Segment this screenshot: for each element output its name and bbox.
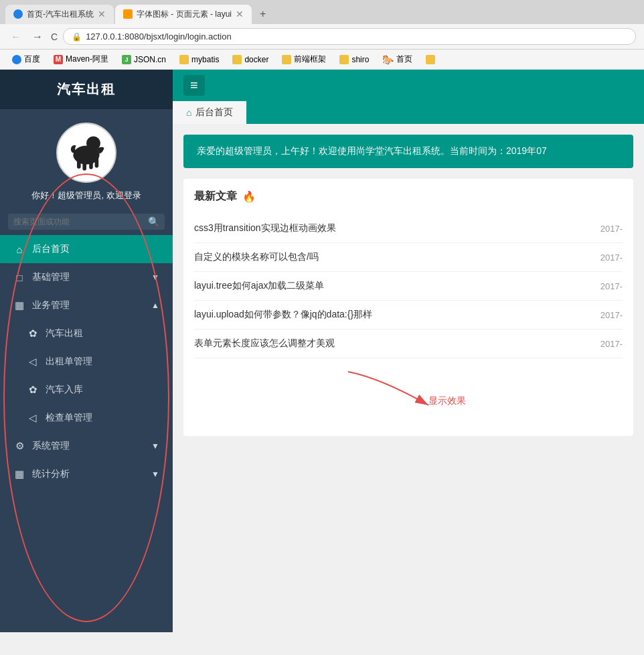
url-bar[interactable]: 🔒 127.0.0.1:8080/bjsxt/login/login.actio… [63,28,636,45]
rent-order-label: 出租单管理 [46,356,92,368]
sidebar-item-car-rent[interactable]: ✿ 汽车出租 [0,319,173,348]
tab1-close[interactable]: ✕ [98,9,106,19]
sidebar-item-system[interactable]: ⚙ 系统管理 ▼ [0,432,173,460]
car-rent-icon: ✿ [27,328,39,340]
tab2-close[interactable]: ✕ [236,9,244,19]
mybatis-label: mybatis [191,55,219,64]
business-menu-icon: ▦ [13,299,25,311]
svg-rect-4 [82,160,86,170]
search-bar[interactable]: 🔍 [8,214,165,230]
baidu-icon [12,55,21,64]
qianduan-icon [282,55,291,64]
tab1-icon [13,9,23,19]
sidebar-item-basic[interactable]: □ 基础管理 ▼ [0,263,173,291]
rent-order-icon: ◁ [27,356,39,368]
breadcrumb-bar: ⌂ 后台首页 [173,101,644,124]
tab2-label: 字体图标 - 页面元素 - layui [137,9,232,20]
mybatis-icon [179,55,189,64]
bookmark-maven[interactable]: M Maven-阿里 [48,52,114,66]
horse-bookmark-icon: 🐎 [382,54,394,65]
json-icon: J [122,55,131,64]
breadcrumb-tab[interactable]: ⌂ 后台首页 [173,101,246,124]
article-row-2: layui.tree如何ajax加载二级菜单 2017- [194,272,623,301]
topbar: ≡ [173,70,644,101]
articles-title: 最新文章 [194,190,237,204]
sidebar-item-stats[interactable]: ▦ 统计分析 ▼ [0,460,173,488]
tab-2[interactable]: 字体图标 - 页面元素 - layui ✕ [115,5,252,24]
avatar-section: 你好！超级管理员, 欢迎登录 [0,109,173,208]
docker-label: docker [244,55,268,64]
breadcrumb-label: 后台首页 [195,106,233,119]
system-menu-icon: ⚙ [13,440,25,452]
articles-card: 最新文章 🔥 css3用transition实现边框动画效果 2017- 自定义… [183,179,633,436]
article-date-3: 2017- [600,310,623,320]
bookmark-home[interactable]: 🐎 首页 [377,52,418,66]
svg-rect-3 [77,158,81,168]
bookmark-mybatis[interactable]: mybatis [174,54,224,66]
menu-toggle-button[interactable]: ≡ [183,75,205,96]
article-title-0: css3用transition实现边框动画效果 [194,222,594,234]
basic-menu-icon: □ [13,272,25,283]
system-chevron-icon: ▼ [151,441,159,451]
sidebar-item-home[interactable]: ⌂ 后台首页 [0,235,173,263]
horse-icon [63,129,110,176]
stats-menu-icon: ▦ [13,468,25,480]
article-date-0: 2017- [600,224,623,234]
search-icon: 🔍 [148,216,159,227]
article-date-2: 2017- [600,281,623,291]
extra-bookmark-icon [426,55,435,64]
lock-icon: 🔒 [72,32,82,42]
url-text: 127.0.0.1:8080/bjsxt/login/login.action [86,31,232,42]
article-row-1: 自定义的模块名称可以包含/吗 2017- [194,243,623,272]
business-chevron-icon: ▲ [151,301,159,310]
forward-button[interactable]: → [29,29,46,44]
article-row-0: css3用transition实现边框动画效果 2017- [194,214,623,243]
sidebar-item-car-in[interactable]: ✿ 汽车入库 [0,376,173,404]
basic-chevron-icon: ▼ [151,273,159,282]
article-date-1: 2017- [600,252,623,263]
arrow-label: 显示效果 [428,395,466,407]
qianduan-label: 前端框架 [294,54,326,65]
bookmark-docker[interactable]: docker [227,54,274,66]
home-menu-icon: ⌂ [13,244,25,255]
car-in-label: 汽车入库 [46,384,83,396]
stats-menu-label: 统计分析 [32,468,70,480]
search-input[interactable] [13,217,145,226]
docker-icon [232,55,242,64]
inspect-label: 检查单管理 [46,412,92,424]
bookmark-shiro[interactable]: shiro [334,54,374,66]
back-button[interactable]: ← [8,29,24,44]
tab1-label: 首页-汽车出租系统 [27,9,94,20]
bookmarks-bar: 百度 M Maven-阿里 J JSON.cn mybatis docker 前… [0,50,644,70]
article-title-1: 自定义的模块名称可以包含/吗 [194,251,594,263]
car-in-icon: ✿ [27,384,39,396]
system-menu-label: 系统管理 [32,440,70,452]
article-row-4: 表单元素长度应该怎么调整才美观 2017- [194,330,623,358]
content-area: 亲爱的超级管理员，上午好！欢迎使用尚学堂汽车出租系统。当前时间为：2019年07… [173,124,644,632]
sidebar-item-rent-order[interactable]: ◁ 出租单管理 [0,348,173,376]
svg-rect-5 [89,159,93,169]
address-bar: ← → C 🔒 127.0.0.1:8080/bjsxt/login/login… [0,24,644,50]
new-tab-button[interactable]: + [253,4,272,24]
basic-menu-label: 基础管理 [32,271,70,283]
home-bookmark-label: 首页 [396,54,412,65]
arrow-annotation: 显示效果 [194,358,623,425]
bookmark-baidu[interactable]: 百度 [7,52,46,66]
article-title-2: layui.tree如何ajax加载二级菜单 [194,280,594,292]
maven-icon: M [54,55,63,64]
bookmark-qianduan[interactable]: 前端框架 [276,52,331,66]
sidebar: 汽车出租 你好！超级管理员, 欢迎登录 [0,70,173,632]
welcome-text: 你好！超级管理员, 欢迎登录 [31,190,141,202]
browser-chrome: 首页-汽车出租系统 ✕ 字体图标 - 页面元素 - layui ✕ + ← → … [0,0,644,70]
tab-bar: 首页-汽车出租系统 ✕ 字体图标 - 页面元素 - layui ✕ + [0,0,644,24]
bookmark-json[interactable]: J JSON.cn [116,54,171,66]
sidebar-item-inspect[interactable]: ◁ 检查单管理 [0,404,173,432]
svg-rect-6 [95,157,99,167]
sidebar-item-business[interactable]: ▦ 业务管理 ▲ [0,291,173,319]
main-content: ≡ ⌂ 后台首页 亲爱的超级管理员，上午好！欢迎使用尚学堂汽车出租系统。当前时间… [173,70,644,632]
bookmark-extra[interactable] [420,54,440,66]
baidu-label: 百度 [24,54,40,65]
articles-header: 最新文章 🔥 [194,190,623,204]
tab-1[interactable]: 首页-汽车出租系统 ✕ [5,5,114,24]
refresh-button[interactable]: C [51,31,58,42]
